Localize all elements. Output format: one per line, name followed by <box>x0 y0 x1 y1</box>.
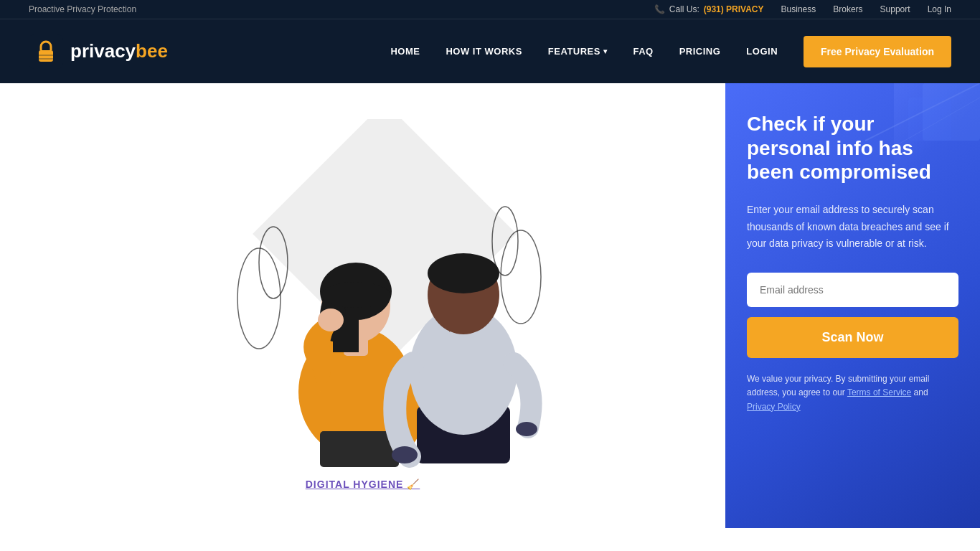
svg-point-15 <box>321 282 390 308</box>
nav-login[interactable]: LOGIN <box>746 46 778 57</box>
top-bar: Proactive Privacy Protection 📞 Call Us: … <box>0 0 980 19</box>
card-description: Enter your email address to securely sca… <box>747 202 958 253</box>
main-content: DIGITAL HYGIENE 🧹 Check if your personal… <box>0 83 980 528</box>
chevron-down-icon: ▾ <box>603 47 608 55</box>
logo[interactable]: privacybee <box>29 34 168 69</box>
logo-icon <box>29 34 63 69</box>
hero-illustration <box>29 112 697 471</box>
svg-point-16 <box>318 309 344 331</box>
call-info: 📞 Call Us: (931) PRIVACY <box>654 4 764 14</box>
card-title: Check if your personal info has been com… <box>747 112 958 184</box>
main-navbar: privacybee HOME HOW IT WORKS FEATURES ▾ … <box>0 19 980 83</box>
nav-faq[interactable]: FAQ <box>633 46 653 57</box>
privacy-policy-link[interactable]: Privacy Policy <box>747 402 801 412</box>
free-evaluation-button[interactable]: Free Privacy Evaluation <box>804 36 951 67</box>
svg-point-24 <box>392 446 418 463</box>
nav-top-business[interactable]: Business <box>781 4 816 14</box>
hero-right-card: Check if your personal info has been com… <box>725 83 980 528</box>
logo-text: privacybee <box>70 40 168 62</box>
brand-tagline: Proactive Privacy Protection <box>29 4 136 14</box>
terms-of-service-link[interactable]: Terms of Service <box>847 387 911 397</box>
nav-top-brokers[interactable]: Brokers <box>833 4 862 14</box>
svg-rect-17 <box>320 431 399 467</box>
digital-hygiene-link[interactable]: DIGITAL HYGIENE 🧹 <box>306 479 420 490</box>
hero-bottom: DIGITAL HYGIENE 🧹 <box>277 471 449 491</box>
nav-home[interactable]: HOME <box>390 46 420 57</box>
svg-point-7 <box>501 230 541 324</box>
svg-rect-2 <box>39 55 53 56</box>
phone-number[interactable]: (931) PRIVACY <box>704 4 764 14</box>
nav-pricing[interactable]: PRICING <box>679 46 721 57</box>
svg-point-23 <box>428 253 499 293</box>
email-input[interactable] <box>747 273 958 307</box>
hero-svg <box>148 119 578 471</box>
nav-how-it-works[interactable]: HOW IT WORKS <box>446 46 522 57</box>
nav-links: HOME HOW IT WORKS FEATURES ▾ FAQ PRICING… <box>390 46 778 57</box>
nav-top-support[interactable]: Support <box>880 4 910 14</box>
top-bar-right: 📞 Call Us: (931) PRIVACY Business Broker… <box>654 4 951 14</box>
phone-icon: 📞 <box>654 4 665 14</box>
privacy-notice: We value your privacy. By submitting you… <box>747 372 958 414</box>
nav-top-login[interactable]: Log In <box>928 4 951 14</box>
nav-features[interactable]: FEATURES ▾ <box>548 46 608 57</box>
scan-now-button[interactable]: Scan Now <box>747 317 958 358</box>
hero-left: DIGITAL HYGIENE 🧹 <box>0 83 725 528</box>
svg-rect-3 <box>39 58 53 60</box>
svg-point-25 <box>516 422 537 436</box>
call-label: Call Us: <box>669 4 699 14</box>
